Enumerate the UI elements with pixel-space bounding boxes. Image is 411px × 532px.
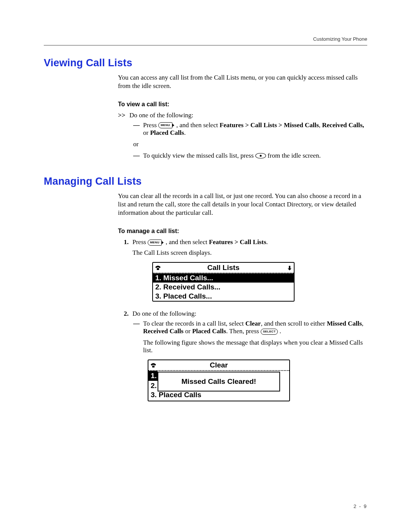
viewing-step: >> Do one of the following: xyxy=(118,112,367,119)
menu-key-icon: MENU xyxy=(158,122,172,128)
lcd-num: 2. xyxy=(148,381,158,391)
text: , and then select xyxy=(166,238,209,246)
viewing-step-text: Do one of the following: xyxy=(129,112,367,119)
dash-icon: — xyxy=(133,320,143,328)
lcd-body: 1. 2. Missed Calls Cleared! 3. Placed Ca… xyxy=(148,371,289,401)
lcd-title: Clear xyxy=(148,360,289,371)
heading-viewing-call-lists: Viewing Call Lists xyxy=(44,57,367,69)
text: , and then scroll to either xyxy=(261,320,327,327)
text: To clear the records in a call list, sel… xyxy=(143,320,245,327)
viewing-item-1: — Press MENU , and then select Features … xyxy=(133,121,367,137)
text: The Call Lists screen displays. xyxy=(132,249,212,256)
viewing-sublist: — Press MENU , and then select Features … xyxy=(133,121,367,160)
step-marker-arrows: >> xyxy=(118,112,129,119)
lcd-title-text: Clear xyxy=(210,361,228,369)
text: , and then select xyxy=(176,121,220,129)
header-rule xyxy=(44,45,367,46)
step-number: 2. xyxy=(118,310,132,318)
text: or xyxy=(183,328,192,335)
managing-intro: You can clear all the records in a call … xyxy=(118,192,367,217)
lcd-title-text: Call Lists xyxy=(207,264,239,272)
viewing-item-2-body: To quickly view the missed calls list, p… xyxy=(143,152,367,160)
text: Press xyxy=(143,121,158,129)
content: Viewing Call Lists You can access any ca… xyxy=(44,57,367,407)
page: Customizing Your Phone Viewing Call List… xyxy=(0,0,411,532)
lcd-num-selected: 1. xyxy=(148,371,158,381)
text: . Then, press xyxy=(226,328,261,335)
viewing-intro: You can access any call list from the Ca… xyxy=(118,73,367,90)
svg-rect-2 xyxy=(152,366,155,367)
nav-path: Placed Calls xyxy=(150,129,184,136)
dash-icon: — xyxy=(133,152,143,160)
lcd-body: 1. Missed Calls... 2. Received Calls... … xyxy=(153,273,294,301)
subhead-to-manage: To manage a call list: xyxy=(118,228,367,235)
managing-step-2: 2. Do one of the following: xyxy=(118,310,367,318)
heading-managing-call-lists: Managing Call Lists xyxy=(44,176,367,187)
managing-step-1-body: Press MENU , and then select Features > … xyxy=(132,238,367,308)
or-text: or xyxy=(133,141,367,148)
managing-item-clear: — To clear the records in a call list, s… xyxy=(133,320,367,407)
nav-path: Features > Call Lists xyxy=(209,238,266,246)
lcd-message-box: Missed Calls Cleared! xyxy=(158,372,280,391)
text: or xyxy=(143,129,150,136)
header-section-label: Customizing Your Phone xyxy=(313,36,367,42)
managing-item-clear-body: To clear the records in a call list, sel… xyxy=(143,320,367,407)
lcd-clear-confirm: Clear 1. 2. Missed Calls Cleared! 3. Pla… xyxy=(148,359,290,401)
lcd-row-selected: 1. Missed Calls... xyxy=(153,273,294,283)
viewing-block: You can access any call list from the Ca… xyxy=(118,73,367,160)
phone-icon xyxy=(150,362,157,370)
viewing-item-1-body: Press MENU , and then select Features > … xyxy=(143,121,367,137)
select-key-icon: SELECT xyxy=(261,329,278,335)
page-number: 2 - 9 xyxy=(354,503,367,509)
svg-rect-1 xyxy=(289,266,290,268)
text-bold: Received Calls xyxy=(143,328,183,335)
svg-rect-0 xyxy=(157,268,159,270)
phone-icon xyxy=(155,264,161,273)
nav-path: Features > Call Lists > Missed Calls xyxy=(220,121,319,129)
text: . xyxy=(266,238,268,246)
managing-block: You can clear all the records in a call … xyxy=(118,192,367,407)
managing-step-2-body: Do one of the following: xyxy=(132,310,367,318)
subhead-to-view: To view a call list: xyxy=(118,101,367,108)
text: The following figure shows the message t… xyxy=(143,339,363,354)
text-bold: Clear xyxy=(245,320,261,327)
step-number: 1. xyxy=(118,238,132,246)
text: . xyxy=(280,328,281,335)
text: Press xyxy=(132,238,148,246)
lcd-call-lists: Call Lists 1. Missed Calls... 2. Receive… xyxy=(152,262,295,302)
viewing-item-2: — To quickly view the missed calls list,… xyxy=(133,152,367,160)
text-bold: Missed Calls xyxy=(327,320,362,327)
lcd-title: Call Lists xyxy=(153,263,294,273)
nav-path: Received Calls, xyxy=(322,121,364,129)
managing-sublist: — To clear the records in a call list, s… xyxy=(133,320,367,407)
down-arrow-icon xyxy=(287,264,292,273)
text-bold: Placed Calls xyxy=(192,328,226,335)
menu-key-icon: MENU xyxy=(148,240,162,246)
text: To quickly view the missed calls list, p… xyxy=(143,152,255,159)
lcd-row: 2. Received Calls... xyxy=(153,283,294,292)
lcd-row: 3. Placed Calls xyxy=(148,391,289,399)
managing-step-1: 1. Press MENU , and then select Features… xyxy=(118,238,367,308)
text: , xyxy=(319,121,322,129)
text: from the idle screen. xyxy=(268,152,321,159)
lcd-left-column: 1. 2. xyxy=(148,371,158,391)
lcd-row: 3. Placed Calls... xyxy=(153,292,294,301)
text: , xyxy=(362,320,363,327)
dash-icon: — xyxy=(133,121,143,129)
text: . xyxy=(184,129,186,136)
nav-key-icon xyxy=(255,153,266,158)
